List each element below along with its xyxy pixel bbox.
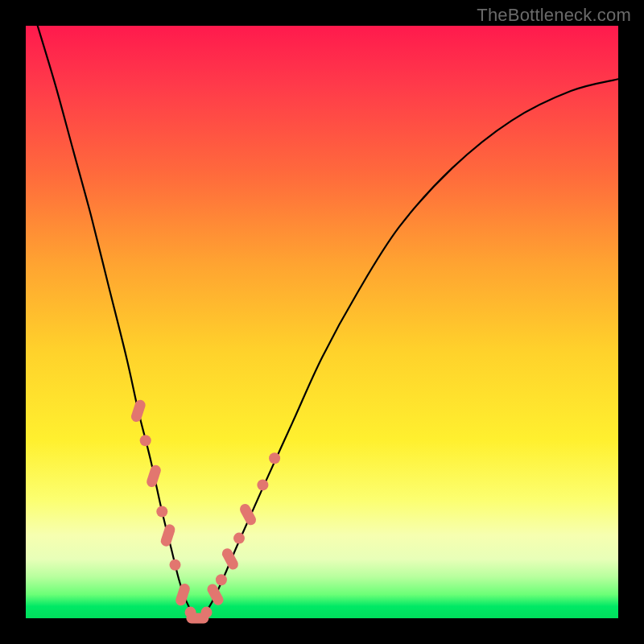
data-marker	[130, 398, 147, 423]
data-marker	[205, 582, 225, 607]
data-marker	[269, 452, 280, 464]
data-marker	[170, 559, 181, 571]
data-marker	[159, 523, 176, 548]
data-marker	[216, 574, 227, 585]
data-marker	[140, 435, 151, 446]
data-marker	[174, 582, 191, 607]
chart-frame: TheBottleneck.com	[0, 0, 644, 644]
chart-svg	[26, 26, 618, 618]
data-marker	[257, 479, 268, 490]
data-marker	[145, 464, 162, 489]
watermark-text: TheBottleneck.com	[477, 5, 631, 26]
markers-group	[130, 398, 280, 623]
bottleneck-curve	[38, 26, 618, 618]
data-marker	[201, 607, 213, 618]
data-marker	[233, 533, 245, 544]
plot-area	[26, 26, 618, 618]
data-marker	[221, 547, 241, 572]
data-marker	[156, 506, 167, 518]
